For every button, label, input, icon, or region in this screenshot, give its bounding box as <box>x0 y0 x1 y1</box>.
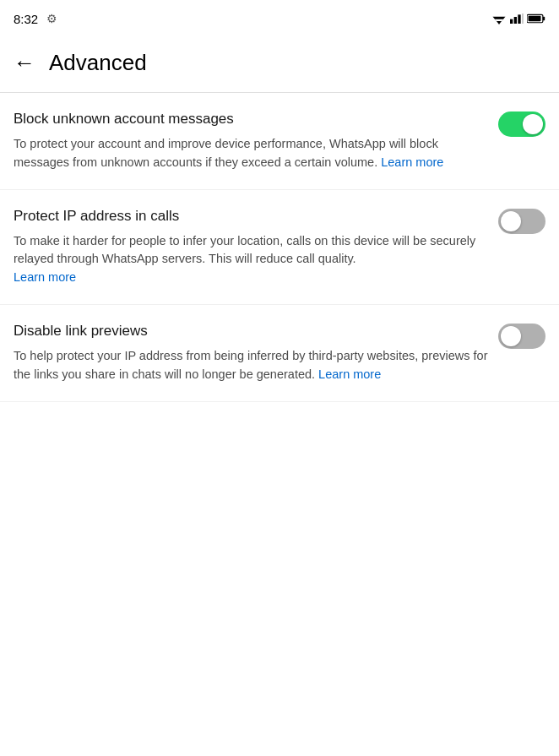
settings-item-desc-protect-ip: To make it harder for people to infer yo… <box>14 232 488 287</box>
learn-more-block-unknown[interactable]: Learn more <box>381 155 443 169</box>
toggle-block-unknown[interactable] <box>498 111 545 137</box>
svg-rect-3 <box>510 19 513 24</box>
settings-item-title-block-unknown: Block unknown account messages <box>14 110 488 128</box>
settings-list: Block unknown account messages To protec… <box>0 93 559 402</box>
settings-item-block-unknown[interactable]: Block unknown account messages To protec… <box>0 93 559 190</box>
svg-rect-9 <box>529 16 541 21</box>
settings-item-disable-link-previews[interactable]: Disable link previews To help protect yo… <box>0 305 559 402</box>
settings-item-protect-ip[interactable]: Protect IP address in calls To make it h… <box>0 190 559 305</box>
page-title: Advanced <box>49 50 147 76</box>
settings-item-desc-disable-link-previews: To help protect your IP address from bei… <box>14 347 488 384</box>
settings-item-content-protect-ip: Protect IP address in calls To make it h… <box>14 207 488 287</box>
svg-marker-2 <box>497 21 502 24</box>
learn-more-disable-link-previews[interactable]: Learn more <box>318 367 381 381</box>
svg-rect-8 <box>543 17 545 21</box>
settings-item-content-disable-link-previews: Disable link previews To help protect yo… <box>14 322 488 384</box>
toggle-protect-ip[interactable] <box>498 209 545 234</box>
toggle-knob-block-unknown <box>523 114 543 134</box>
status-time: 8:32 <box>14 12 38 26</box>
svg-rect-5 <box>518 14 520 24</box>
toggle-control-block-unknown[interactable] <box>498 110 545 137</box>
learn-more-protect-ip[interactable]: Learn more <box>14 270 76 284</box>
app-header: ← Advanced <box>0 34 559 93</box>
signal-icon <box>510 13 524 24</box>
toggle-knob-disable-link-previews <box>501 326 521 346</box>
settings-item-content-block-unknown: Block unknown account messages To protec… <box>14 110 488 172</box>
settings-item-title-disable-link-previews: Disable link previews <box>14 322 488 340</box>
status-bar: 8:32 ⚙ <box>0 0 559 34</box>
settings-item-title-protect-ip: Protect IP address in calls <box>14 207 488 226</box>
wifi-icon <box>491 13 507 24</box>
toggle-disable-link-previews[interactable] <box>498 324 545 349</box>
gear-icon: ⚙ <box>46 12 57 25</box>
settings-item-desc-block-unknown: To protect your account and improve devi… <box>14 135 488 172</box>
svg-rect-6 <box>522 14 524 24</box>
back-button[interactable]: ← <box>14 50 35 76</box>
status-icons <box>491 13 545 24</box>
battery-icon <box>527 13 545 24</box>
svg-rect-4 <box>514 17 517 24</box>
toggle-knob-protect-ip <box>501 211 521 231</box>
toggle-control-protect-ip[interactable] <box>498 207 545 234</box>
toggle-control-disable-link-previews[interactable] <box>498 322 545 349</box>
